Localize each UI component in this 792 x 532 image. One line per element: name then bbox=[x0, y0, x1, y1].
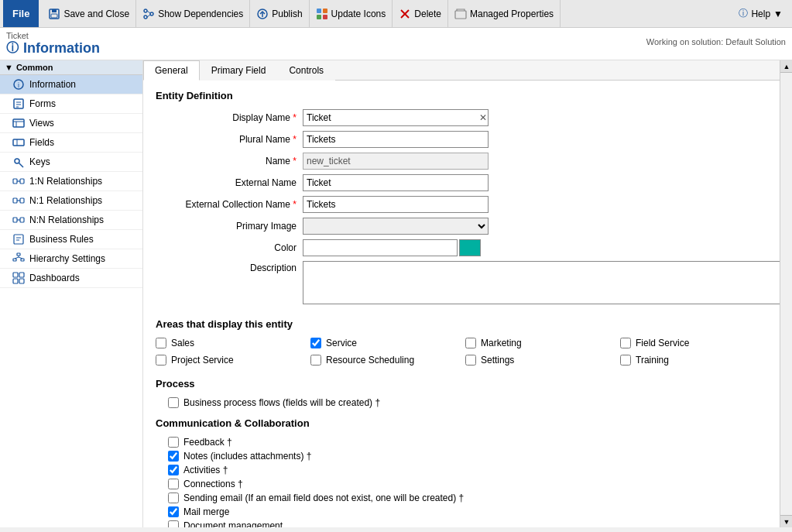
sidebar-item-nn-relationships[interactable]: N:N Relationships bbox=[0, 211, 142, 230]
bpf-checkbox[interactable] bbox=[168, 397, 179, 408]
area-resource-scheduling-row: Resource Scheduling bbox=[310, 355, 465, 366]
delete-button[interactable]: Delete bbox=[393, 0, 448, 27]
save-and-close-button[interactable]: Save and Close bbox=[42, 0, 136, 27]
help-button[interactable]: ⓘ Help ▼ bbox=[732, 4, 789, 23]
external-collection-name-label: External Collection Name * bbox=[156, 199, 303, 210]
area-project-service-checkbox[interactable] bbox=[156, 355, 166, 366]
svg-rect-1 bbox=[52, 9, 57, 12]
fields-icon bbox=[12, 136, 25, 149]
external-collection-name-input[interactable] bbox=[303, 196, 489, 213]
area-training-checkbox[interactable] bbox=[620, 355, 631, 366]
breadcrumb: Ticket bbox=[6, 31, 100, 40]
svg-point-5 bbox=[144, 15, 147, 19]
area-sales-checkbox[interactable] bbox=[156, 338, 166, 348]
color-swatch[interactable] bbox=[459, 239, 481, 256]
sidebar-item-keys[interactable]: Keys bbox=[0, 153, 142, 172]
sidebar-item-label: Information bbox=[29, 79, 76, 90]
external-collection-name-row: External Collection Name * bbox=[156, 196, 783, 213]
primary-image-select[interactable] bbox=[303, 218, 489, 235]
sidebar-item-business-rules[interactable]: Business Rules bbox=[0, 230, 142, 249]
notes-checkbox[interactable] bbox=[168, 451, 179, 462]
svg-rect-44 bbox=[21, 259, 24, 261]
show-dependencies-button[interactable]: Show Dependencies bbox=[136, 0, 250, 27]
mail-merge-checkbox[interactable] bbox=[168, 506, 179, 517]
scroll-down-button[interactable]: ▼ bbox=[780, 515, 792, 527]
description-textarea[interactable] bbox=[303, 261, 783, 304]
area-training-row: Training bbox=[620, 355, 775, 366]
description-row: Description bbox=[156, 261, 783, 304]
publish-icon bbox=[256, 8, 269, 20]
primary-image-dropdown-wrapper bbox=[303, 218, 489, 235]
rel-n1-icon bbox=[12, 194, 25, 207]
sidebar-item-label: 1:N Relationships bbox=[29, 176, 102, 187]
area-marketing-row: Marketing bbox=[465, 338, 620, 348]
header: Ticket ⓘ Information Working on solution… bbox=[0, 28, 792, 60]
svg-line-7 bbox=[147, 15, 150, 17]
activities-checkbox[interactable] bbox=[168, 465, 179, 475]
areas-section: Areas that display this entity Sales Ser… bbox=[156, 318, 780, 369]
bpf-label: Business process flows (fields will be c… bbox=[183, 397, 380, 408]
area-settings-row: Settings bbox=[465, 355, 620, 366]
main-layout: ▼ Common i Information Forms Views bbox=[0, 60, 792, 527]
file-button[interactable]: File bbox=[3, 0, 39, 27]
sidebar-item-1n-relationships[interactable]: 1:N Relationships bbox=[0, 172, 142, 191]
area-resource-scheduling-checkbox[interactable] bbox=[310, 355, 321, 366]
managed-properties-button[interactable]: Managed Properties bbox=[448, 0, 561, 27]
sidebar-group-common[interactable]: ▼ Common bbox=[0, 60, 142, 75]
update-icons-button[interactable]: Update Icons bbox=[310, 0, 393, 27]
help-dropdown-icon: ▼ bbox=[773, 9, 783, 19]
sidebar-item-information[interactable]: i Information bbox=[0, 75, 142, 94]
svg-rect-2 bbox=[51, 14, 57, 18]
notes-row: Notes (includes attachments) † bbox=[156, 451, 780, 462]
svg-rect-48 bbox=[13, 273, 18, 277]
display-name-input[interactable] bbox=[303, 109, 489, 126]
managed-properties-icon bbox=[454, 8, 467, 20]
entity-title: Ticket ⓘ Information bbox=[6, 31, 100, 60]
connections-checkbox[interactable] bbox=[168, 479, 179, 489]
color-input[interactable] bbox=[303, 239, 458, 256]
dependencies-icon bbox=[142, 8, 155, 20]
required-star: * bbox=[293, 112, 297, 123]
display-name-clear-button[interactable]: ✕ bbox=[479, 112, 487, 123]
svg-rect-37 bbox=[20, 218, 24, 222]
delete-icon bbox=[399, 8, 411, 20]
area-resource-scheduling-label: Resource Scheduling bbox=[326, 355, 414, 366]
svg-text:i: i bbox=[18, 81, 19, 89]
area-marketing-checkbox[interactable] bbox=[465, 338, 476, 348]
area-sales-row: Sales bbox=[156, 338, 310, 348]
document-management-checkbox[interactable] bbox=[168, 520, 179, 527]
feedback-checkbox[interactable] bbox=[168, 437, 179, 448]
page-title: Information bbox=[23, 40, 100, 57]
hierarchy-icon bbox=[12, 252, 25, 265]
sidebar-item-forms[interactable]: Forms bbox=[0, 94, 142, 114]
area-project-service-label: Project Service bbox=[171, 355, 234, 366]
svg-point-3 bbox=[144, 9, 147, 12]
sidebar-item-n1-relationships[interactable]: N:1 Relationships bbox=[0, 191, 142, 211]
svg-line-46 bbox=[15, 257, 19, 259]
area-service-checkbox[interactable] bbox=[310, 338, 321, 348]
sidebar-item-views[interactable]: Views bbox=[0, 114, 142, 133]
sending-email-row: Sending email (If an email field does no… bbox=[156, 493, 780, 503]
area-service-label: Service bbox=[326, 338, 357, 348]
sidebar-item-dashboards[interactable]: Dashboards bbox=[0, 269, 142, 288]
sidebar-item-fields[interactable]: Fields bbox=[0, 133, 142, 153]
publish-button[interactable]: Publish bbox=[250, 0, 309, 27]
svg-rect-51 bbox=[19, 279, 24, 283]
rel-nn-icon bbox=[12, 214, 25, 226]
name-row: Name * bbox=[156, 153, 783, 170]
views-icon bbox=[12, 117, 25, 129]
area-field-service-checkbox[interactable] bbox=[620, 338, 631, 348]
area-settings-checkbox[interactable] bbox=[465, 355, 476, 366]
tab-primary-field[interactable]: Primary Field bbox=[200, 60, 278, 81]
tab-general[interactable]: General bbox=[143, 60, 200, 81]
svg-rect-39 bbox=[14, 235, 23, 244]
tab-controls[interactable]: Controls bbox=[277, 60, 335, 81]
connections-row: Connections † bbox=[156, 479, 780, 489]
scroll-up-button[interactable]: ▲ bbox=[780, 60, 792, 73]
sending-email-checkbox[interactable] bbox=[168, 493, 179, 503]
forms-icon bbox=[12, 98, 25, 110]
plural-name-input[interactable] bbox=[303, 131, 489, 148]
mail-merge-row: Mail merge bbox=[156, 506, 780, 517]
sidebar-item-hierarchy-settings[interactable]: Hierarchy Settings bbox=[0, 249, 142, 269]
external-name-input[interactable] bbox=[303, 174, 489, 191]
